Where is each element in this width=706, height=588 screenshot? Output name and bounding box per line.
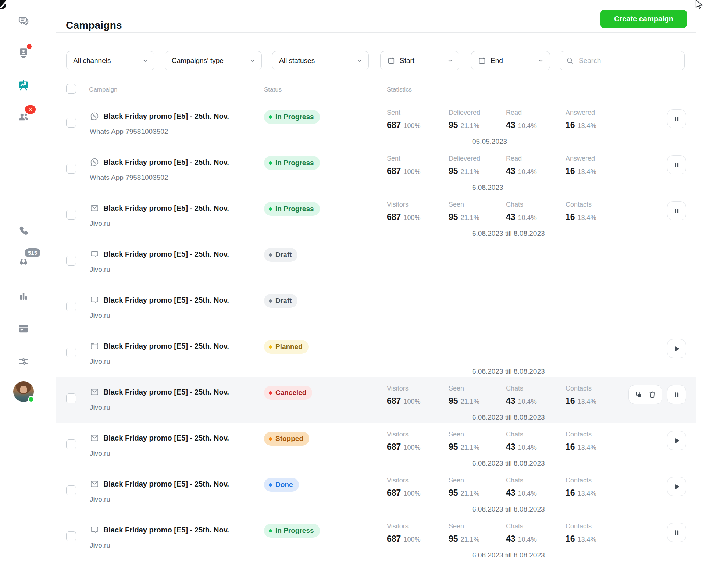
table-row[interactable]: Black Friday promo [E5] - 25th. Nov. Jiv… [56, 193, 696, 239]
row-checkbox[interactable] [66, 439, 76, 449]
play-button[interactable] [667, 477, 686, 496]
row-actions [667, 523, 686, 542]
stat-percent: 21.1% [461, 168, 479, 176]
row-checkbox[interactable] [66, 485, 76, 495]
campaign-title: Black Friday promo [E5] - 25th. Nov. [103, 158, 229, 167]
status-badge: In Progress [264, 524, 320, 538]
sidebar-item-payments[interactable] [16, 321, 31, 336]
table-row[interactable]: Black Friday promo [E5] - 25th. Nov. Jiv… [56, 331, 696, 377]
pause-icon [673, 207, 681, 215]
create-campaign-button[interactable]: Create campaign [600, 10, 687, 28]
table-row[interactable]: Black Friday promo [E5] - 25th. Nov. Jiv… [56, 377, 696, 423]
stat-visitors: Visitors687100% [387, 385, 420, 406]
table-row[interactable]: Black Friday promo [E5] - 25th. Nov. Jiv… [56, 285, 696, 331]
search-input[interactable] [578, 56, 678, 65]
play-button[interactable] [667, 431, 686, 450]
campaign-type-filter[interactable]: Campaigns’ type [165, 51, 262, 70]
stat-label: Read [506, 109, 537, 117]
column-header-status: Status [264, 86, 282, 93]
delete-button[interactable] [648, 391, 656, 399]
stat-chats: Chats4310.4% [506, 523, 537, 544]
stat-label: Delievered [449, 109, 480, 117]
calendar-icon [478, 57, 486, 65]
stat-label: Contacts [566, 477, 596, 484]
chevron-down-icon [356, 57, 363, 64]
table-row[interactable]: Black Friday promo [E5] - 25th. Nov. Jiv… [56, 423, 696, 469]
row-checkbox[interactable] [66, 118, 76, 128]
campaign-channel: Jivo.ru [90, 541, 110, 549]
stat-visitors: Visitors687100% [387, 477, 420, 498]
chevron-down-icon [538, 57, 544, 64]
sidebar-item-contacts[interactable] [16, 46, 31, 60]
start-date-filter-label: Start [400, 57, 442, 65]
sidebar-item-tracker[interactable]: 515 [16, 254, 31, 268]
stat-value: 95 [449, 120, 458, 130]
stat-value: 95 [449, 212, 458, 222]
stat-percent: 21.1% [461, 214, 479, 222]
stat-value: 16 [566, 166, 575, 176]
status-dot-icon [269, 253, 272, 257]
statuses-filter[interactable]: All statuses [272, 51, 369, 70]
pause-button[interactable] [667, 201, 686, 220]
table-row[interactable]: Black Friday promo [E5] - 25th. Nov. Jiv… [56, 515, 696, 561]
table-row[interactable]: Black Friday promo [E5] - 25th. Nov. Wha… [56, 101, 696, 147]
row-statistics: Sent687100%Delievered9521.1%Read4310.4%A… [387, 109, 630, 140]
row-checkbox[interactable] [66, 302, 76, 311]
start-date-filter[interactable]: Start [380, 51, 459, 70]
row-checkbox[interactable] [66, 531, 76, 541]
stat-visitors: Visitors687100% [387, 523, 420, 544]
row-checkbox[interactable] [66, 393, 76, 403]
stat-percent: 100% [403, 214, 420, 222]
stat-percent: 10.4% [518, 168, 537, 176]
pause-button[interactable] [667, 385, 686, 404]
stat-value: 687 [387, 534, 401, 544]
status-label: Done [275, 481, 293, 489]
duplicate-button[interactable] [635, 391, 643, 399]
screenshot-artifact [0, 0, 6, 9]
status-cell: In Progress 6.08.2023 [264, 156, 320, 170]
campaign-channel: Jivo.ru [90, 220, 110, 228]
sidebar-item-team[interactable]: 3 [16, 110, 31, 124]
stat-value: 16 [566, 488, 575, 498]
end-date-filter[interactable]: End [471, 51, 550, 70]
pause-button[interactable] [667, 109, 686, 128]
row-checkbox[interactable] [66, 210, 76, 220]
stat-label: Chats [506, 523, 537, 530]
stat-label: Chats [506, 477, 537, 484]
stat-percent: 21.1% [461, 398, 479, 406]
row-checkbox[interactable] [66, 348, 76, 357]
pause-button[interactable] [667, 523, 686, 542]
campaign-channel: Whats App 79581003502 [90, 174, 168, 182]
column-header-statistics: Statistics [387, 86, 412, 93]
search-box [560, 51, 685, 70]
row-statistics: Visitors687100%Seen9521.1%Chats4310.4%Co… [387, 477, 630, 507]
table-row[interactable]: Black Friday promo [E5] - 25th. Nov. Wha… [56, 147, 696, 193]
row-actions [667, 477, 686, 496]
stat-value: 95 [449, 396, 458, 406]
stat-percent: 21.1% [461, 122, 479, 130]
table-header: Campaign Status Statistics [56, 78, 696, 101]
table-row[interactable]: Black Friday promo [E5] - 25th. Nov. Jiv… [56, 239, 696, 285]
row-checkbox[interactable] [66, 256, 76, 266]
sidebar-item-campaigns[interactable] [16, 78, 31, 93]
user-avatar[interactable] [13, 381, 34, 402]
mouse-cursor [694, 0, 704, 10]
sidebar-item-settings[interactable] [16, 354, 31, 369]
stat-percent: 10.4% [518, 444, 537, 452]
stat-percent: 100% [403, 168, 420, 176]
stat-percent: 10.4% [518, 536, 537, 544]
status-cell: In Progress 6.08.2023 till 8.08.2023 [264, 202, 320, 216]
row-checkbox[interactable] [66, 164, 76, 174]
pause-button[interactable] [667, 155, 686, 174]
envelope-channel-icon [90, 433, 99, 443]
play-button[interactable] [667, 339, 686, 358]
channels-filter[interactable]: All channels [66, 51, 154, 70]
sidebar-item-phone[interactable] [16, 224, 31, 238]
stat-label: Seen [449, 201, 479, 209]
select-all-checkbox[interactable] [66, 84, 76, 94]
status-dot-icon [269, 483, 272, 487]
status-cell: In Progress 05.05.2023 [264, 110, 320, 124]
table-row[interactable]: Black Friday promo [E5] - 25th. Nov. Jiv… [56, 469, 696, 515]
sidebar-item-analytics[interactable] [16, 289, 31, 304]
sidebar-item-chats[interactable] [16, 14, 31, 29]
